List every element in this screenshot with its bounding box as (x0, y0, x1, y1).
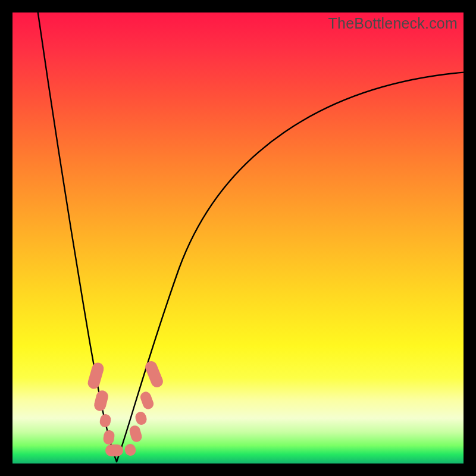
marker-dot (105, 444, 123, 456)
bottleneck-curves (12, 12, 464, 464)
plot-area: TheBottleneck.com (12, 12, 464, 464)
curve-right-branch (117, 72, 464, 462)
chart-frame: TheBottleneck.com (0, 0, 476, 476)
